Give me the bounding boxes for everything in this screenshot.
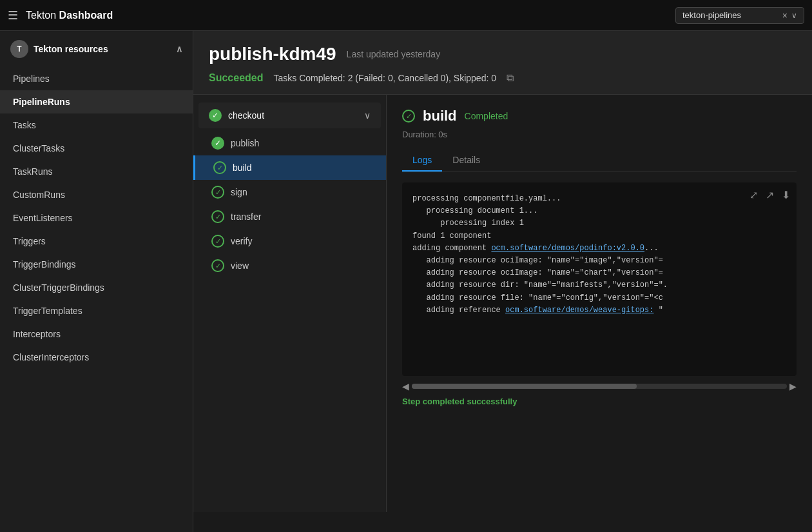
task-item-view[interactable]: ✓ view [193, 253, 386, 278]
sidebar-item-clustertasks[interactable]: ClusterTasks [0, 137, 193, 160]
page-header: publish-kdm49 Last updated yesterday Suc… [193, 31, 812, 95]
sidebar-item-tasks[interactable]: Tasks [0, 113, 193, 137]
topbar: ☰ Tekton Dashboard tekton-pipelines × ∨ [0, 0, 812, 31]
log-toolbar: ⤢ ↗ ⬇ [748, 188, 791, 202]
task-name-build: build [233, 163, 252, 173]
log-line-6: adding resource ociImage: "name"="image"… [412, 255, 786, 267]
pipeline-content: ✓ checkout ∨ ✓ publish ✓ build [193, 95, 812, 512]
sidebar-item-pipelineruns[interactable]: PipelineRuns [0, 90, 193, 113]
sidebar-item-interceptors[interactable]: Interceptors [0, 322, 193, 346]
task-name-transfer: transfer [231, 212, 261, 222]
log-line-10: adding reference ocm.software/demos/weav… [412, 304, 786, 317]
transfer-status-icon: ✓ [211, 210, 224, 223]
sidebar-item-customruns[interactable]: CustomRuns [0, 183, 193, 206]
expand-icon[interactable]: ⤢ [748, 188, 759, 202]
task-item-sign[interactable]: ✓ sign [193, 180, 386, 204]
main-layout: T Tekton resources ∧ Pipelines PipelineR… [0, 31, 812, 532]
tab-logs[interactable]: Logs [402, 150, 442, 172]
task-item-publish[interactable]: ✓ publish [193, 131, 386, 155]
sidebar-item-clusterinterceptors[interactable]: ClusterInterceptors [0, 346, 193, 369]
build-status-icon: ✓ [213, 161, 226, 174]
log-task-name: build [423, 108, 457, 124]
sign-status-icon: ✓ [211, 186, 224, 199]
task-item-transfer[interactable]: ✓ transfer [193, 204, 386, 229]
menu-icon[interactable]: ☰ [8, 8, 18, 23]
task-name-sign: sign [231, 187, 247, 197]
log-header: ✓ build Completed [402, 108, 797, 124]
scroll-left-icon[interactable]: ◀ [402, 381, 409, 391]
publish-status-icon: ✓ [211, 137, 224, 150]
namespace-value: tekton-pipelines [682, 10, 778, 20]
task-group-header-checkout[interactable]: ✓ checkout ∨ [198, 103, 381, 128]
page-subtitle: Last updated yesterday [347, 49, 441, 59]
scrollbar-track[interactable] [412, 384, 787, 389]
content-area: publish-kdm49 Last updated yesterday Suc… [193, 31, 812, 532]
checkout-chevron-icon: ∨ [364, 110, 371, 121]
sidebar-item-triggers[interactable]: Triggers [0, 230, 193, 253]
sidebar-item-triggertemplates[interactable]: TriggerTemplates [0, 299, 193, 322]
tab-details[interactable]: Details [442, 150, 490, 172]
page-title: publish-kdm49 [209, 44, 336, 64]
task-group-name-checkout: checkout [228, 110, 264, 121]
log-line-4: found 1 component [412, 230, 786, 242]
sidebar-item-triggerbindings[interactable]: TriggerBindings [0, 253, 193, 276]
sidebar-section-title: Tekton resources [34, 44, 108, 54]
sidebar-section-header[interactable]: T Tekton resources ∧ [0, 31, 193, 67]
task-list: ✓ checkout ∨ ✓ publish ✓ build [193, 95, 387, 512]
log-line-5: adding component ocm.software/demos/podi… [412, 242, 786, 255]
checkout-status-icon: ✓ [209, 109, 222, 122]
namespace-close-icon[interactable]: × [782, 10, 788, 21]
sidebar-item-clustertriggerbindings[interactable]: ClusterTriggerBindings [0, 276, 193, 299]
status-row: Succeeded Tasks Completed: 2 (Failed: 0,… [209, 72, 797, 84]
download-icon[interactable]: ⬇ [780, 188, 791, 202]
namespace-selector[interactable]: tekton-pipelines × ∨ [675, 7, 804, 24]
task-name-verify: verify [231, 236, 252, 246]
sidebar-collapse-icon[interactable]: ∧ [176, 44, 182, 54]
status-badge: Succeeded [209, 72, 263, 84]
log-line-2: processing document 1... [412, 205, 786, 217]
build-log-status-icon: ✓ [402, 110, 415, 123]
view-status-icon: ✓ [211, 259, 224, 272]
page-title-row: publish-kdm49 Last updated yesterday [209, 44, 797, 64]
log-line-9: adding resource file: "name"="config","v… [412, 292, 786, 304]
log-scrollbar: ◀ ▶ [402, 381, 797, 391]
task-name-view: view [231, 261, 249, 271]
external-icon[interactable]: ↗ [764, 188, 775, 202]
avatar: T [10, 40, 28, 58]
log-duration: Duration: 0s [402, 130, 797, 139]
verify-status-icon: ✓ [211, 235, 224, 248]
sidebar-item-taskruns[interactable]: TaskRuns [0, 160, 193, 183]
log-link-1[interactable]: ocm.software/demos/podinfo:v2.0.0 [491, 244, 644, 253]
scroll-right-icon[interactable]: ▶ [789, 381, 797, 391]
scrollbar-thumb[interactable] [412, 384, 637, 389]
log-line-8: adding resource dir: "name"="manifests",… [412, 279, 786, 291]
log-tabs: Logs Details [402, 150, 797, 172]
namespace-arrow-icon[interactable]: ∨ [791, 11, 797, 20]
log-link-2[interactable]: ocm.software/demos/weave-gitops: [505, 306, 653, 315]
tasks-info: Tasks Completed: 2 (Failed: 0, Cancelled… [273, 73, 496, 83]
sidebar: T Tekton resources ∧ Pipelines PipelineR… [0, 31, 193, 532]
log-line-3: processing index 1 [412, 217, 786, 230]
log-panel: ✓ build Completed Duration: 0s Logs Deta… [387, 95, 812, 512]
step-success-message: Step completed successfully [402, 397, 797, 406]
copy-icon[interactable]: ⧉ [507, 72, 514, 84]
task-item-build[interactable]: ✓ build [193, 155, 386, 180]
task-group-checkout: ✓ checkout ∨ ✓ publish ✓ build [193, 103, 386, 278]
sidebar-item-pipelines[interactable]: Pipelines [0, 67, 193, 90]
log-console: ⤢ ↗ ⬇ processing componentfile.yaml... p… [402, 182, 797, 376]
log-status: Completed [465, 111, 508, 121]
task-item-verify[interactable]: ✓ verify [193, 229, 386, 253]
task-name-publish: publish [231, 138, 259, 148]
sidebar-item-eventlisteners[interactable]: EventListeners [0, 206, 193, 230]
log-line-1: processing componentfile.yaml... [412, 193, 786, 205]
log-line-7: adding resource ociImage: "name"="chart"… [412, 267, 786, 279]
app-title: Tekton Dashboard [26, 10, 113, 21]
